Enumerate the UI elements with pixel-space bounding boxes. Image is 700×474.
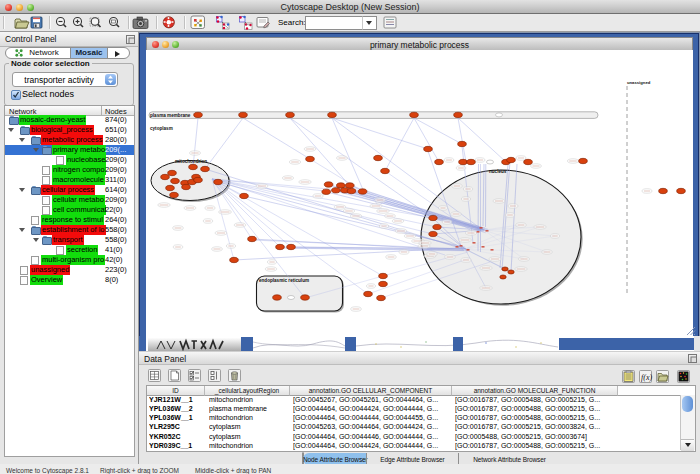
- svg-text:mitochondrion: mitochondrion: [175, 159, 207, 164]
- svg-text:endoplasmic reticulum: endoplasmic reticulum: [259, 278, 309, 283]
- svg-text:cytoplasm: cytoplasm: [150, 126, 173, 131]
- svg-text:nucleus: nucleus: [489, 169, 507, 174]
- svg-text:plasma membrane: plasma membrane: [150, 113, 191, 118]
- svg-text:f(x): f(x): [641, 373, 652, 382]
- svg-text:unassigned: unassigned: [627, 80, 651, 85]
